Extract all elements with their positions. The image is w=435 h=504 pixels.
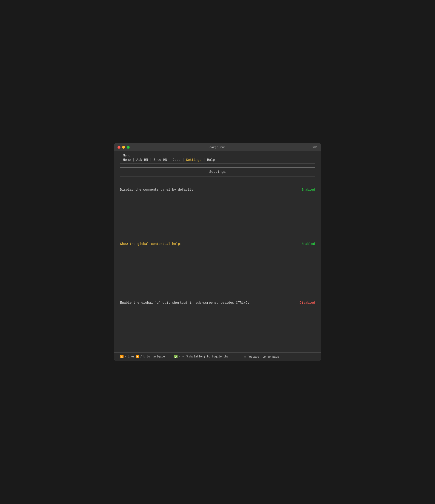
spacer-1 bbox=[120, 196, 315, 238]
down-arrow-icon: 🔽 bbox=[135, 355, 139, 359]
setting-label-quit-shortcut: Enable the global 'q' quit shortcut in s… bbox=[120, 301, 295, 305]
page-title: Settings bbox=[120, 167, 315, 176]
bottom-spacer bbox=[120, 309, 315, 348]
menu-sep-2: | bbox=[150, 158, 151, 162]
menu-items: Home | Ask HN | Show HN | Jobs | Setting… bbox=[123, 158, 312, 162]
footer-back-text: ← – ◈ (escape) to go back bbox=[238, 355, 279, 359]
shortcut-hint: ⌥⌘1 bbox=[313, 146, 317, 149]
menu-item-settings[interactable]: Settings bbox=[186, 158, 201, 162]
checkmark-icon: ✅ bbox=[174, 355, 178, 359]
footer-toggle-text: – → (tabulation) to toggle the bbox=[179, 355, 228, 358]
window-title: cargo run bbox=[209, 146, 226, 149]
menu-sep-4: | bbox=[182, 158, 184, 162]
footer-back-hint: ← – ◈ (escape) to go back bbox=[238, 355, 279, 359]
main-content: Menu Home | Ask HN | Show HN | Jobs | Se… bbox=[114, 151, 321, 352]
spacer-2 bbox=[120, 250, 315, 296]
setting-row-comments-panel[interactable]: Display the comments panel by default: E… bbox=[120, 183, 315, 196]
menu-item-show-hn[interactable]: Show HN bbox=[154, 158, 167, 162]
footer-toggle-hint: ✅ – → (tabulation) to toggle the bbox=[174, 355, 228, 359]
menu-item-ask-hn[interactable]: Ask HN bbox=[136, 158, 148, 162]
menu-item-help[interactable]: Help bbox=[207, 158, 215, 162]
setting-label-comments-panel: Display the comments panel by default: bbox=[120, 188, 297, 192]
footer-nav-hint: 🔼 / i or 🔽 / k to navigate bbox=[120, 355, 165, 359]
menu-label: Menu bbox=[122, 154, 131, 157]
setting-value-quit-shortcut: Disabled bbox=[300, 301, 315, 305]
menu-container: Menu Home | Ask HN | Show HN | Jobs | Se… bbox=[120, 156, 315, 164]
menu-sep-1: | bbox=[133, 158, 135, 162]
setting-label-contextual-help: Show the global contextual help: bbox=[120, 242, 297, 246]
setting-row-quit-shortcut[interactable]: Enable the global 'q' quit shortcut in s… bbox=[120, 296, 315, 309]
setting-row-contextual-help[interactable]: Show the global contextual help: Enabled bbox=[120, 238, 315, 250]
minimize-button[interactable] bbox=[122, 146, 125, 149]
titlebar: cargo run ⌥⌘1 bbox=[114, 143, 321, 151]
setting-value-comments-panel: Enabled bbox=[301, 188, 315, 192]
menu-sep-3: | bbox=[169, 158, 171, 162]
menu-item-jobs[interactable]: Jobs bbox=[173, 158, 180, 162]
menu-sep-5: | bbox=[203, 158, 205, 162]
traffic-lights bbox=[118, 146, 130, 149]
up-arrow-icon: 🔼 bbox=[120, 355, 124, 359]
maximize-button[interactable] bbox=[127, 146, 130, 149]
footer-bar: 🔼 / i or 🔽 / k to navigate ✅ – → (tabula… bbox=[114, 352, 321, 361]
settings-list: Display the comments panel by default: E… bbox=[120, 183, 315, 348]
footer-nav-text: / i or bbox=[125, 355, 135, 358]
setting-value-contextual-help: Enabled bbox=[301, 242, 315, 246]
menu-item-home[interactable]: Home bbox=[123, 158, 131, 162]
footer-nav-text-2: / k to navigate bbox=[140, 355, 165, 358]
terminal-window: cargo run ⌥⌘1 Menu Home | Ask HN | Show … bbox=[114, 143, 321, 361]
close-button[interactable] bbox=[118, 146, 120, 149]
